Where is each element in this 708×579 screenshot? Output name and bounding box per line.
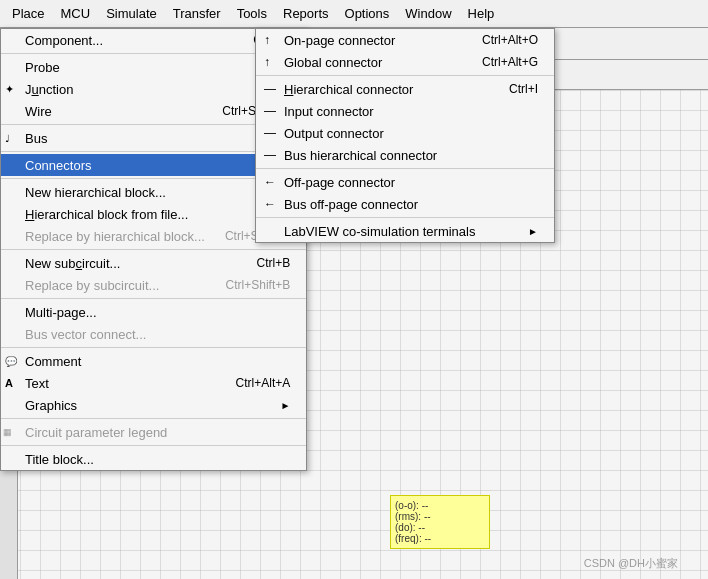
separator-7 <box>1 347 306 348</box>
circuit-param-icon: ▦ <box>3 427 12 437</box>
menu-item-global-connector[interactable]: ↑ Global connector Ctrl+Alt+G <box>256 51 554 73</box>
separator-5 <box>1 249 306 250</box>
bus-off-page-connector-icon: ← <box>264 197 276 211</box>
menubar-help[interactable]: Help <box>460 3 503 24</box>
on-page-connector-icon: ↑ <box>264 33 270 47</box>
menubar-reports[interactable]: Reports <box>275 3 337 24</box>
separator-9 <box>1 445 306 446</box>
menu-item-bus-vector[interactable]: Bus vector connect... <box>1 323 306 345</box>
menu-item-input-connector[interactable]: — Input connector <box>256 100 554 122</box>
menubar-tools[interactable]: Tools <box>229 3 275 24</box>
menu-item-labview[interactable]: LabVIEW co-simulation terminals ► <box>256 220 554 242</box>
menu-item-text[interactable]: A Text Ctrl+Alt+A <box>1 372 306 394</box>
menubar: Place MCU Simulate Transfer Tools Report… <box>0 0 708 28</box>
connector-sep-3 <box>256 217 554 218</box>
separator-6 <box>1 298 306 299</box>
watermark: CSDN @DH小蜜家 <box>584 556 678 571</box>
hier-connector-icon: — <box>264 82 276 96</box>
sticky-note: (o-o): -- (rms): -- (do): -- (freq): -- <box>390 495 490 549</box>
off-page-connector-icon: ← <box>264 175 276 189</box>
comment-icon: 💬 <box>5 356 17 367</box>
menubar-options[interactable]: Options <box>337 3 398 24</box>
menu-item-bus-off-page-connector[interactable]: ← Bus off-page connector <box>256 193 554 215</box>
menu-item-bus-hier-connector[interactable]: — Bus hierarchical connector <box>256 144 554 166</box>
menu-item-circuit-param[interactable]: ▦ Circuit parameter legend <box>1 421 306 443</box>
bus-hier-connector-icon: — <box>264 148 276 162</box>
menu-item-multipage[interactable]: Multi-page... <box>1 301 306 323</box>
menubar-transfer[interactable]: Transfer <box>165 3 229 24</box>
global-connector-icon: ↑ <box>264 55 270 69</box>
menubar-mcu[interactable]: MCU <box>53 3 99 24</box>
output-connector-icon: — <box>264 126 276 140</box>
menubar-window[interactable]: Window <box>397 3 459 24</box>
menu-item-off-page-connector[interactable]: ← Off-page connector <box>256 171 554 193</box>
connector-sep-1 <box>256 75 554 76</box>
menu-item-replace-subcircuit[interactable]: Replace by subcircuit... Ctrl+Shift+B <box>1 274 306 296</box>
menubar-place[interactable]: Place <box>4 3 53 24</box>
separator-8 <box>1 418 306 419</box>
connector-sep-2 <box>256 168 554 169</box>
menu-item-graphics[interactable]: Graphics ► <box>1 394 306 416</box>
junction-icon: ✦ <box>5 83 14 96</box>
text-icon: A <box>5 377 13 389</box>
menubar-simulate[interactable]: Simulate <box>98 3 165 24</box>
connectors-submenu[interactable]: ↑ On-page connector Ctrl+Alt+O ↑ Global … <box>255 28 555 243</box>
menu-item-output-connector[interactable]: — Output connector <box>256 122 554 144</box>
menu-item-hierarchical-connector[interactable]: — Hierarchical connector Ctrl+I <box>256 78 554 100</box>
menu-item-title-block[interactable]: Title block... <box>1 448 306 470</box>
bus-icon: ♩ <box>5 133 10 144</box>
input-connector-icon: — <box>264 104 276 118</box>
menu-item-comment[interactable]: 💬 Comment <box>1 350 306 372</box>
menu-item-on-page-connector[interactable]: ↑ On-page connector Ctrl+Alt+O <box>256 29 554 51</box>
menu-item-new-subcircuit[interactable]: New subcircuit... Ctrl+B <box>1 252 306 274</box>
